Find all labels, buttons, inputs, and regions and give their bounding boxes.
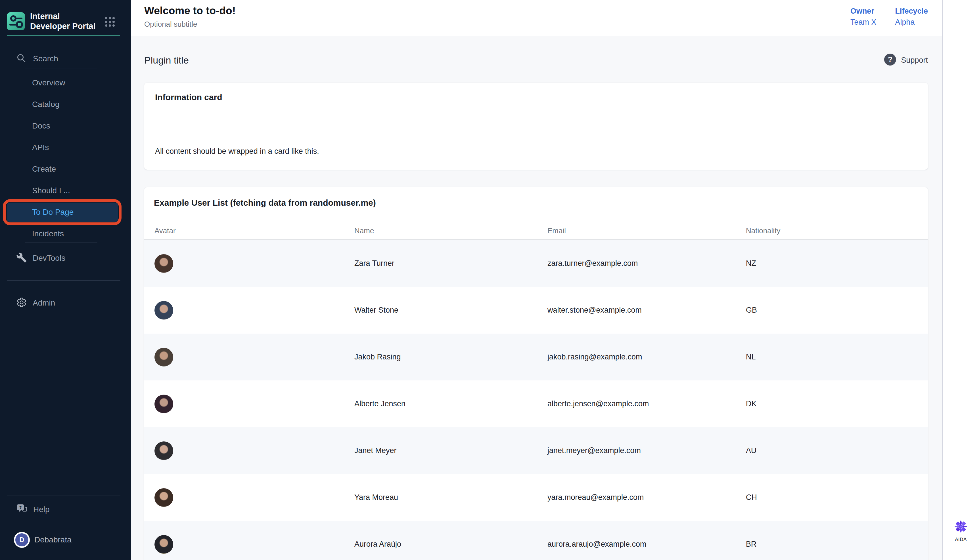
page-header: Welcome to to-do! Optional subtitle Owne… — [131, 0, 942, 36]
information-card-title: Information card — [155, 92, 917, 102]
sidebar-item-label: Help — [33, 505, 50, 514]
sidebar-item-create[interactable]: Create — [32, 163, 56, 175]
sidebar: Internal Developer Portal Search Overvie… — [0, 0, 131, 560]
app-title: Internal Developer Portal — [30, 12, 98, 32]
sidebar-item-label: Catalog — [32, 100, 60, 108]
support-button[interactable]: ? Support — [884, 53, 928, 67]
email-cell: yara.moreau@example.com — [548, 493, 746, 502]
sidebar-item-admin[interactable]: Admin — [16, 295, 55, 312]
column-header: Avatar — [154, 227, 354, 235]
sidebar-user[interactable]: D Debabrata — [14, 530, 72, 550]
name-cell: Aurora Araújo — [354, 540, 548, 548]
sidebar-item-apis[interactable]: APIs — [32, 141, 49, 154]
table-row: Janet Meyerjanet.meyer@example.comAU — [144, 427, 928, 474]
lifecycle-meta[interactable]: Lifecycle Alpha — [895, 7, 928, 27]
user-name: Debabrata — [34, 535, 72, 544]
nationality-cell: GB — [746, 306, 928, 315]
name-cell: Zara Turner — [354, 259, 548, 268]
user-photo-avatar — [154, 301, 173, 320]
sidebar-item-label: Create — [32, 165, 56, 173]
page-margin-strip: AIDA — [942, 0, 979, 560]
email-cell: jakob.rasing@example.com — [548, 353, 746, 362]
avatar-cell — [154, 395, 354, 413]
owner-value[interactable]: Team X — [850, 18, 877, 27]
sidebar-item-label: To Do Page — [32, 208, 74, 217]
email-cell: janet.meyer@example.com — [548, 446, 746, 455]
nationality-cell: DK — [746, 400, 928, 408]
sidebar-divider — [25, 68, 97, 68]
nationality-cell: NZ — [746, 259, 928, 268]
aida-flower-icon — [954, 520, 967, 535]
question-circle-icon: ? — [884, 53, 896, 67]
column-header: Nationality — [746, 227, 928, 235]
sidebar-item-label: APIs — [32, 143, 49, 152]
nationality-cell: NL — [746, 353, 928, 362]
lifecycle-value[interactable]: Alpha — [895, 18, 928, 27]
avatar-cell — [154, 301, 354, 320]
user-photo-avatar — [154, 254, 173, 273]
user-initial-avatar: D — [14, 532, 30, 548]
help-chat-icon: ? — [16, 504, 28, 515]
name-cell: Alberte Jensen — [354, 400, 548, 408]
user-photo-avatar — [154, 488, 173, 507]
sidebar-item-help[interactable]: ? Help — [16, 501, 50, 518]
support-label: Support — [901, 56, 928, 65]
avatar-cell — [154, 442, 354, 460]
column-header: Email — [548, 227, 746, 235]
table-row: Zara Turnerzara.turner@example.comNZ — [144, 240, 928, 287]
sidebar-item-docs[interactable]: Docs — [32, 120, 50, 132]
owner-label: Owner — [850, 7, 877, 16]
apps-grid-icon[interactable] — [105, 17, 115, 27]
sidebar-item-label: Docs — [32, 122, 50, 130]
user-photo-avatar — [154, 348, 173, 367]
gear-icon — [16, 297, 27, 309]
sidebar-item-devtools[interactable]: DevTools — [16, 250, 65, 267]
wrench-icon — [16, 252, 27, 264]
nationality-cell: AU — [746, 446, 928, 455]
sidebar-item-should-i[interactable]: Should I ... — [32, 184, 70, 197]
logo-row[interactable]: Internal Developer Portal — [7, 12, 98, 32]
user-photo-avatar — [154, 395, 173, 413]
svg-text:?: ? — [19, 505, 22, 510]
sidebar-search[interactable]: Search — [16, 52, 58, 65]
app-logo-icon — [7, 12, 25, 30]
user-list-title: Example User List (fetching data from ra… — [144, 198, 928, 208]
table-header-row: AvatarNameEmailNationality — [144, 222, 928, 240]
name-cell: Walter Stone — [354, 306, 548, 315]
sidebar-item-label: Overview — [32, 78, 65, 87]
table-body: Zara Turnerzara.turner@example.comNZWalt… — [144, 240, 928, 560]
lifecycle-label: Lifecycle — [895, 7, 928, 16]
email-cell: aurora.araujo@example.com — [548, 540, 746, 548]
sidebar-item-incidents[interactable]: Incidents — [32, 228, 64, 240]
sidebar-item-to-do-page[interactable]: To Do Page — [7, 203, 118, 222]
table-row: Jakob Rasingjakob.rasing@example.comNL — [144, 333, 928, 380]
name-cell: Janet Meyer — [354, 446, 548, 455]
sidebar-item-label: Admin — [33, 298, 55, 308]
plugin-title: Plugin title — [144, 55, 189, 66]
user-photo-avatar — [154, 535, 173, 554]
content-area: Plugin title ? Support Information card … — [131, 36, 942, 560]
avatar-cell — [154, 488, 354, 507]
user-list-card: Example User List (fetching data from ra… — [144, 187, 928, 560]
aida-label: AIDA — [955, 537, 967, 542]
name-cell: Yara Moreau — [354, 493, 548, 502]
email-cell: zara.turner@example.com — [548, 259, 746, 268]
email-cell: alberte.jensen@example.com — [548, 400, 746, 408]
owner-meta[interactable]: Owner Team X — [850, 7, 877, 27]
avatar-cell — [154, 535, 354, 554]
table-row: Yara Moreauyara.moreau@example.comCH — [144, 474, 928, 521]
avatar-cell — [154, 254, 354, 273]
avatar-cell — [154, 348, 354, 367]
sidebar-item-label: Incidents — [32, 229, 64, 238]
sidebar-item-overview[interactable]: Overview — [32, 77, 65, 89]
nationality-cell: CH — [746, 493, 928, 502]
search-icon — [16, 53, 27, 64]
information-card: Information card All content should be w… — [144, 83, 928, 170]
table-row: Walter Stonewalter.stone@example.comGB — [144, 287, 928, 333]
svg-text:?: ? — [888, 55, 893, 64]
search-label: Search — [33, 54, 58, 63]
sidebar-item-catalog[interactable]: Catalog — [32, 98, 60, 111]
aida-badge[interactable]: AIDA — [943, 520, 979, 542]
table-row: Alberte Jensenalberte.jensen@example.com… — [144, 380, 928, 427]
user-photo-avatar — [154, 442, 173, 460]
